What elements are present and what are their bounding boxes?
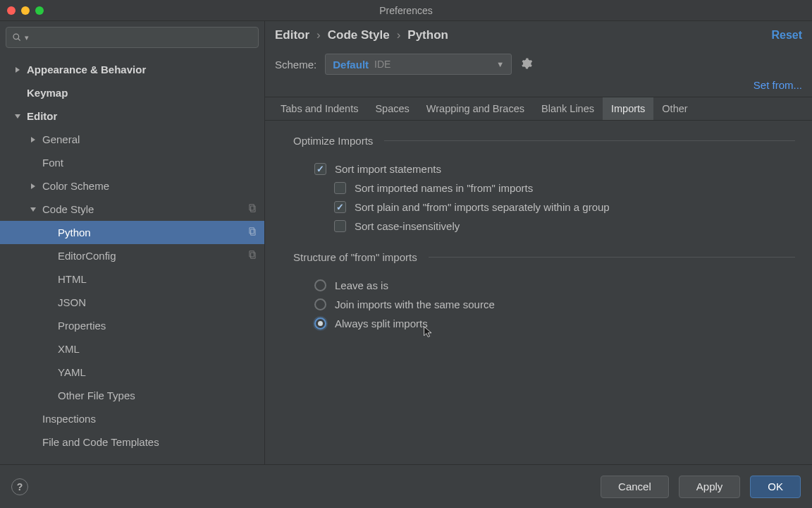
preferences-tree: Appearance & Behavior Keymap Editor [0,54,264,464]
tree-item-file-code-templates[interactable]: File and Code Templates [0,430,264,454]
tab-tabs-indents[interactable]: Tabs and Indents [272,97,367,120]
search-input-wrapper[interactable]: ▾ [6,27,259,48]
tree-item-font[interactable]: Font [0,151,264,174]
crumb-python: Python [407,28,448,42]
project-override-icon [247,250,257,262]
gear-icon[interactable] [520,57,533,72]
tree-item-general[interactable]: General [0,128,264,151]
chevron-right-icon [28,135,38,145]
option-sort-case[interactable]: Sort case-insensitively [275,217,802,236]
option-sort-separately[interactable]: Sort plain and "from" imports separately… [275,198,802,217]
tree-label: EditorConfig [58,250,116,262]
apply-button[interactable]: Apply [679,476,741,498]
main-panel: Editor › Code Style › Python Reset Schem… [265,21,812,464]
set-from-link[interactable]: Set from... [753,79,802,91]
divider [429,257,795,258]
section-structure-title: Structure of "from" imports [293,251,417,263]
project-override-icon [247,203,257,215]
tab-content: Optimize Imports Sort import statements … [265,121,812,464]
search-input[interactable] [33,32,252,43]
tree-item-json[interactable]: JSON [0,291,264,314]
reset-link[interactable]: Reset [771,29,802,42]
ok-button[interactable]: OK [750,476,801,498]
tree-label: Python [58,226,91,238]
chevron-right-icon [28,181,38,191]
checkbox-icon[interactable] [334,201,346,213]
option-leave-as-is[interactable]: Leave as is [275,276,802,295]
svg-rect-7 [250,205,254,210]
option-label: Join imports with the same source [335,298,495,310]
tab-imports[interactable]: Imports [603,97,653,120]
tree-label: HTML [58,273,87,285]
option-sort-statements[interactable]: Sort import statements [275,159,802,179]
svg-marker-5 [31,183,35,189]
tree-label: Other File Types [58,389,135,401]
tab-other[interactable]: Other [653,97,696,120]
tabs: Tabs and Indents Spaces Wrapping and Bra… [265,97,812,121]
project-override-icon [247,226,257,238]
tree-label: YAML [58,366,86,378]
tree-item-appearance[interactable]: Appearance & Behavior [0,58,264,81]
option-label: Sort plain and "from" imports separately… [355,201,610,213]
chevron-down-icon: ▼ [496,60,504,68]
radio-icon[interactable] [314,298,326,310]
footer: ? Cancel Apply OK [0,464,812,508]
tree-item-editorconfig[interactable]: EditorConfig [0,244,264,267]
tree-item-python[interactable]: Python [0,221,264,244]
tab-spaces[interactable]: Spaces [367,97,417,120]
tree-item-html[interactable]: HTML [0,267,264,291]
tree-label: Font [42,157,63,169]
tab-blank-lines[interactable]: Blank Lines [533,97,603,120]
tree-item-code-style[interactable]: Code Style [0,198,264,221]
checkbox-icon[interactable] [334,182,346,194]
chevron-down-icon [28,205,38,214]
scheme-scope: IDE [374,59,390,70]
help-button[interactable]: ? [11,478,28,495]
tree-item-yaml[interactable]: YAML [0,361,264,384]
chevron-right-icon: › [397,28,401,42]
crumb-code-style[interactable]: Code Style [328,28,390,42]
tree-label: Editor [27,110,57,122]
tree-label: JSON [58,296,86,308]
chevron-down-icon: ▾ [25,33,29,42]
crumb-editor[interactable]: Editor [275,28,309,42]
svg-marker-4 [31,137,35,143]
option-label: Leave as is [335,279,388,291]
search-icon [12,32,22,42]
section-optimize-title: Optimize Imports [293,135,373,147]
option-always-split[interactable]: Always split imports [275,314,802,333]
svg-rect-10 [251,229,255,235]
option-label: Always split imports [335,318,428,329]
option-label: Sort import statements [335,163,441,175]
divider [384,140,795,141]
tree-item-xml[interactable]: XML [0,337,264,361]
scheme-name: Default [333,59,369,71]
checkbox-icon[interactable] [314,163,326,175]
window-title: Preferences [0,5,812,16]
tree-item-keymap[interactable]: Keymap [0,81,264,104]
chevron-down-icon [13,111,23,121]
cancel-button[interactable]: Cancel [601,476,669,498]
tree-item-inspections[interactable]: Inspections [0,407,264,430]
sidebar: ▾ Appearance & Behavior Keymap [0,21,265,464]
tree-label: Inspections [42,413,96,425]
svg-line-1 [18,39,20,41]
tree-item-editor[interactable]: Editor [0,104,264,128]
scheme-label: Scheme: [275,59,316,71]
tree-item-other-file-types[interactable]: Other File Types [0,384,264,407]
option-sort-names[interactable]: Sort imported names in "from" imports [275,179,802,198]
radio-icon[interactable] [314,318,326,329]
tree-item-color-scheme[interactable]: Color Scheme [0,174,264,198]
svg-rect-9 [250,228,254,234]
option-join-imports[interactable]: Join imports with the same source [275,295,802,314]
tab-wrapping[interactable]: Wrapping and Braces [418,97,533,120]
chevron-right-icon [13,65,23,75]
radio-icon[interactable] [314,279,326,291]
svg-marker-2 [16,67,20,73]
tree-label: Appearance & Behavior [27,64,146,75]
tree-item-properties[interactable]: Properties [0,314,264,337]
checkbox-icon[interactable] [334,220,346,232]
option-label: Sort case-insensitively [355,220,460,232]
svg-rect-12 [251,253,255,258]
scheme-select[interactable]: Default IDE ▼ [325,54,512,75]
